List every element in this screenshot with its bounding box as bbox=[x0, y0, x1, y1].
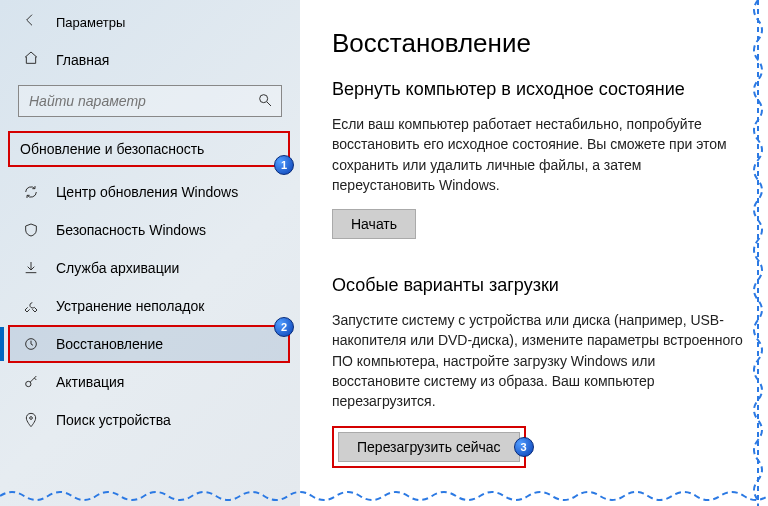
svg-point-3 bbox=[30, 417, 33, 420]
location-icon bbox=[22, 412, 40, 428]
advanced-text: Запустите систему с устройства или диска… bbox=[332, 310, 744, 411]
sidebar-item-label: Безопасность Windows bbox=[56, 222, 206, 238]
history-icon bbox=[22, 336, 40, 352]
search-wrap bbox=[0, 79, 300, 131]
annotation-badge-3: 3 bbox=[514, 437, 534, 457]
titlebar: Параметры bbox=[0, 0, 300, 40]
settings-window: Параметры Главная Обновление и безопасно… bbox=[0, 0, 768, 506]
sidebar-item-label: Поиск устройства bbox=[56, 412, 171, 428]
sidebar-item-label: Активация bbox=[56, 374, 124, 390]
sidebar-item-find-device[interactable]: Поиск устройства bbox=[0, 401, 300, 439]
arrow-left-icon bbox=[22, 12, 38, 28]
reset-title: Вернуть компьютер в исходное состояние bbox=[332, 79, 744, 100]
sidebar-nav: Центр обновления Windows Безопасность Wi… bbox=[0, 167, 300, 439]
home-label: Главная bbox=[56, 52, 109, 68]
section-reset: Вернуть компьютер в исходное состояние Е… bbox=[332, 79, 744, 239]
section-advanced-startup: Особые варианты загрузки Запустите систе… bbox=[332, 275, 744, 467]
sidebar-item-recovery[interactable]: Восстановление 2 bbox=[8, 325, 290, 363]
sidebar-item-windows-security[interactable]: Безопасность Windows bbox=[0, 211, 300, 249]
search-box[interactable] bbox=[18, 85, 282, 117]
category-label: Обновление и безопасность bbox=[20, 141, 204, 157]
home-icon bbox=[22, 50, 40, 69]
shield-icon bbox=[22, 222, 40, 238]
sidebar-home[interactable]: Главная bbox=[0, 40, 300, 79]
annotation-badge-2: 2 bbox=[274, 317, 294, 337]
wrench-icon bbox=[22, 298, 40, 314]
sync-icon bbox=[22, 184, 40, 200]
sidebar-item-label: Устранение неполадок bbox=[56, 298, 204, 314]
search-input[interactable] bbox=[29, 93, 251, 109]
restart-button-highlight: Перезагрузить сейчас 3 bbox=[332, 426, 526, 468]
restart-now-button[interactable]: Перезагрузить сейчас bbox=[338, 432, 520, 462]
annotation-badge-1: 1 bbox=[274, 155, 294, 175]
window-title: Параметры bbox=[56, 15, 125, 30]
sidebar-item-label: Центр обновления Windows bbox=[56, 184, 238, 200]
back-button[interactable] bbox=[22, 12, 38, 32]
sidebar-item-windows-update[interactable]: Центр обновления Windows bbox=[0, 173, 300, 211]
backup-icon bbox=[22, 260, 40, 276]
page-title: Восстановление bbox=[332, 28, 744, 59]
reset-text: Если ваш компьютер работает нестабильно,… bbox=[332, 114, 744, 195]
sidebar-item-label: Восстановление bbox=[56, 336, 163, 352]
content-pane: Восстановление Вернуть компьютер в исход… bbox=[300, 0, 768, 506]
sidebar-item-label: Служба архивации bbox=[56, 260, 179, 276]
svg-point-2 bbox=[26, 381, 31, 386]
sidebar-category-update-security[interactable]: Обновление и безопасность 1 bbox=[8, 131, 290, 167]
sidebar-item-backup[interactable]: Служба архивации bbox=[0, 249, 300, 287]
search-icon bbox=[257, 92, 273, 111]
sidebar-item-troubleshoot[interactable]: Устранение неполадок bbox=[0, 287, 300, 325]
reset-start-button[interactable]: Начать bbox=[332, 209, 416, 239]
key-icon bbox=[22, 374, 40, 390]
sidebar-item-activation[interactable]: Активация bbox=[0, 363, 300, 401]
svg-point-0 bbox=[260, 95, 268, 103]
advanced-title: Особые варианты загрузки bbox=[332, 275, 744, 296]
sidebar: Параметры Главная Обновление и безопасно… bbox=[0, 0, 300, 506]
